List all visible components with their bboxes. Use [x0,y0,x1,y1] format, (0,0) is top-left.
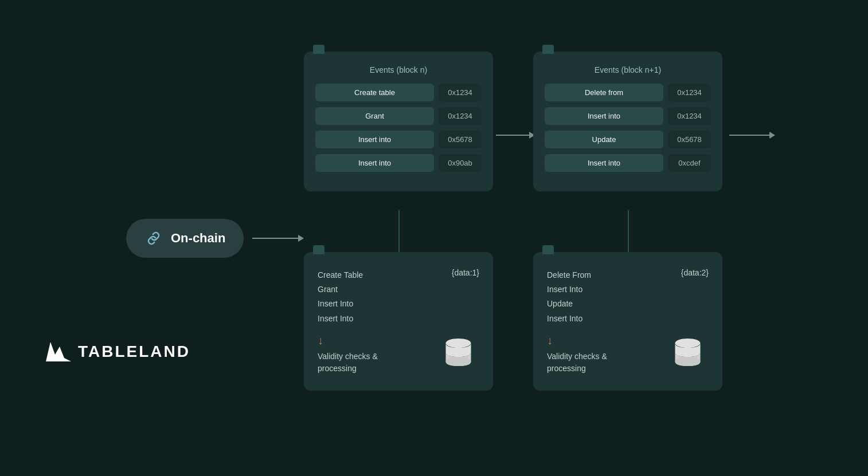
process-card-1: Create TableGrantInsert IntoInsert Into … [304,252,493,391]
block1-title: Events (block n) [315,65,482,74]
event-label: Insert into [315,131,434,148]
svg-point-2 [446,357,471,366]
onchain-pill: On-chain [126,219,244,258]
process-ops-1: Create TableGrantInsert IntoInsert Into [318,268,363,326]
arrow-head [298,235,304,242]
event-row: Update 0x5678 [545,131,711,148]
process-header-1: Create TableGrantInsert IntoInsert Into … [318,268,479,326]
onchain-label: On-chain [171,231,225,246]
db-icon-2 [669,335,706,375]
logo: TABLELAND [46,342,190,361]
process-card-2: Delete FromInsert IntoUpdateInsert Into … [533,252,722,391]
svg-point-4 [675,357,701,366]
svg-point-3 [675,339,701,348]
event-label: Delete from [545,84,663,101]
arrow-line [729,135,769,136]
block-card-1: Events (block n) Create table 0x1234 Gra… [304,52,493,191]
event-label: Update [545,131,663,148]
arrow-line [496,135,529,136]
main-container: TABLELAND On-chain Events (block n) Crea… [0,0,868,476]
event-hash: 0x5678 [668,131,711,148]
block2-title: Events (block n+1) [545,65,711,74]
event-hash: 0xcdef [668,154,711,172]
event-row: Delete from 0x1234 [545,84,711,101]
arrow-onchain-to-block1 [252,235,304,242]
svg-marker-0 [46,342,71,361]
event-hash: 0x5678 [439,131,482,148]
process-header-2: Delete FromInsert IntoUpdateInsert Into … [547,268,709,326]
event-hash: 0x1234 [668,107,711,125]
block-card-2: Events (block n+1) Delete from 0x1234 In… [533,52,722,191]
event-hash: 0x90ab [439,154,482,172]
process-ops-2: Delete FromInsert IntoUpdateInsert Into [547,268,591,326]
event-label: Grant [315,107,434,125]
event-hash: 0x1234 [439,107,482,125]
db-icon-1 [440,335,477,375]
event-row: Insert into 0x1234 [545,107,711,125]
connector-left [398,210,400,253]
event-hash: 0x1234 [439,84,482,101]
arrow-head [769,132,775,139]
logo-text: TABLELAND [78,343,190,361]
svg-point-1 [446,339,471,348]
process-data-badge-2: {data:2} [681,268,709,277]
event-row: Grant 0x1234 [315,107,482,125]
event-label: Insert into [545,154,663,172]
chain-icon [144,229,163,247]
event-label: Create table [315,84,434,101]
event-row: Insert into 0x5678 [315,131,482,148]
event-hash: 0x1234 [668,84,711,101]
event-label: Insert into [315,154,434,172]
event-row: Insert into 0xcdef [545,154,711,172]
arrow-block1-to-block2 [496,132,535,139]
event-row: Insert into 0x90ab [315,154,482,172]
arrow-line [252,238,298,239]
process-data-badge-1: {data:1} [452,268,479,277]
arrow-block2-right [729,132,775,139]
connector-right [628,210,629,253]
event-row: Create table 0x1234 [315,84,482,101]
event-label: Insert into [545,107,663,125]
logo-icon [46,342,71,361]
